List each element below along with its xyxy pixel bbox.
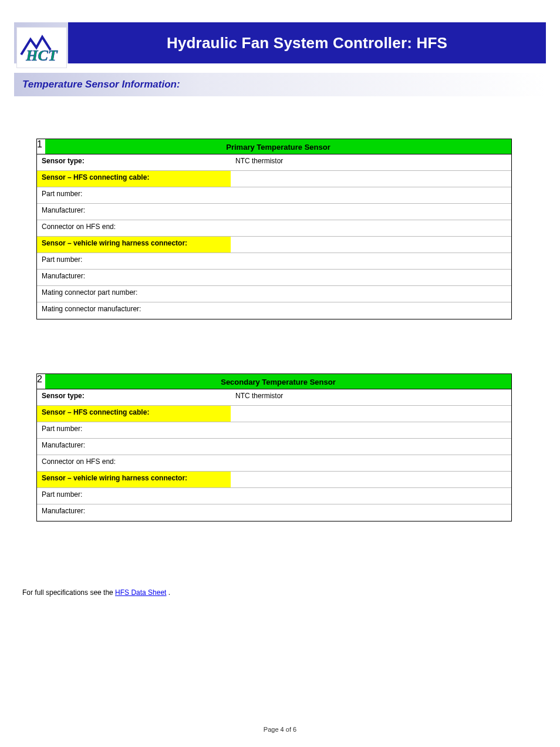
row-value <box>231 270 511 285</box>
page-number: Page 4 of 6 <box>264 726 296 733</box>
row-label: Manufacturer: <box>37 439 231 455</box>
table-row: Connector on HFS end: <box>37 455 511 472</box>
row-value <box>231 204 511 220</box>
row-label: Connector on HFS end: <box>37 455 231 471</box>
row-label: Part number: <box>37 488 231 504</box>
row-label: Manufacturer: <box>37 204 231 220</box>
box-b-header-num: 2 <box>37 374 45 389</box>
note-post: . <box>168 588 170 597</box>
row-value <box>231 171 511 187</box>
row-value <box>231 237 511 253</box>
row-value <box>231 220 511 236</box>
box-a-header: 1 Primary Temperature Sensor <box>37 139 511 154</box>
row-label: Sensor – HFS connecting cable: <box>37 171 231 187</box>
table-row: Connector on HFS end: <box>37 220 511 237</box>
top-banner: Hydraulic Fan System Controller: HFS <box>14 22 546 63</box>
table-row: Mating connector part number: <box>37 286 511 302</box>
row-label: Mating connector part number: <box>37 286 231 302</box>
table-row: Part number: <box>37 187 511 204</box>
table-row: Part number: <box>37 422 511 439</box>
datasheet-link[interactable]: HFS Data Sheet <box>115 588 166 597</box>
row-value <box>231 472 511 487</box>
table-row: Part number: <box>37 488 511 504</box>
row-value <box>231 187 511 203</box>
table-row: Sensor – HFS connecting cable: <box>37 406 511 422</box>
row-value <box>231 439 511 455</box>
row-label: Connector on HFS end: <box>37 220 231 236</box>
page-footer: Page 4 of 6 <box>0 726 560 733</box>
svg-text:HCT: HCT <box>25 47 58 64</box>
row-value <box>231 286 511 302</box>
table-row: Manufacturer: <box>37 504 511 521</box>
row-label: Manufacturer: <box>37 504 231 521</box>
row-value <box>231 253 511 269</box>
logo-box: HCT <box>16 27 67 68</box>
row-label: Sensor – HFS connecting cable: <box>37 406 231 422</box>
row-value <box>231 302 511 319</box>
table-row: Manufacturer: <box>37 270 511 286</box>
row-value <box>231 422 511 438</box>
box-a-header-bar: Primary Temperature Sensor <box>45 139 511 154</box>
box-a-header-text: Primary Temperature Sensor <box>226 142 330 151</box>
table-row: Sensor type: NTC thermistor <box>37 154 511 171</box>
table-row: Sensor – vehicle wiring harness connecto… <box>37 472 511 488</box>
section-strip: Temperature Sensor Information: <box>14 73 546 96</box>
box-b-header: 2 Secondary Temperature Sensor <box>37 374 511 389</box>
row-value: NTC thermistor <box>231 154 511 170</box>
row-value <box>231 504 511 521</box>
row-value: NTC thermistor <box>231 389 511 405</box>
page-root: Hydraulic Fan System Controller: HFS HCT… <box>0 0 560 747</box>
row-label: Sensor – vehicle wiring harness connecto… <box>37 237 231 253</box>
table-row: Manufacturer: <box>37 439 511 455</box>
row-label: Sensor – vehicle wiring harness connecto… <box>37 472 231 487</box>
section-title: Temperature Sensor Information: <box>22 79 180 90</box>
primary-sensor-box: 1 Primary Temperature Sensor Sensor type… <box>36 139 512 319</box>
row-value <box>231 455 511 471</box>
table-row: Sensor – vehicle wiring harness connecto… <box>37 237 511 253</box>
row-label: Part number: <box>37 187 231 203</box>
box-a-header-num: 1 <box>37 139 45 154</box>
note-pre: For full specifications see the <box>22 588 115 597</box>
row-label: Sensor type: <box>37 154 231 170</box>
table-row: Mating connector manufacturer: <box>37 302 511 319</box>
secondary-sensor-box: 2 Secondary Temperature Sensor Sensor ty… <box>36 374 512 521</box>
hct-logo-icon: HCT <box>19 31 65 64</box>
table-row: Sensor – HFS connecting cable: <box>37 171 511 187</box>
banner-title: Hydraulic Fan System Controller: HFS <box>167 34 447 52</box>
row-label: Manufacturer: <box>37 270 231 285</box>
table-row: Part number: <box>37 253 511 270</box>
table-row: Manufacturer: <box>37 204 511 220</box>
row-label: Part number: <box>37 253 231 269</box>
banner-stripe: Hydraulic Fan System Controller: HFS <box>68 22 546 63</box>
row-label: Mating connector manufacturer: <box>37 302 231 319</box>
row-value <box>231 488 511 504</box>
table-row: Sensor type: NTC thermistor <box>37 389 511 406</box>
box-b-header-text: Secondary Temperature Sensor <box>221 377 336 386</box>
note-line: For full specifications see the HFS Data… <box>22 588 170 597</box>
box-b-header-bar: Secondary Temperature Sensor <box>45 374 511 389</box>
row-label: Part number: <box>37 422 231 438</box>
row-label: Sensor type: <box>37 389 231 405</box>
row-value <box>231 406 511 422</box>
